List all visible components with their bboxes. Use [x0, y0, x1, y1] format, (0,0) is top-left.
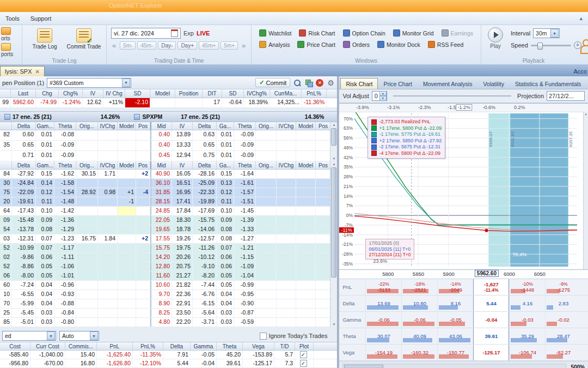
nav-45m-[interactable]: 45m+ — [199, 41, 219, 50]
chart-horizontal-scrollbar[interactable] — [342, 364, 566, 368]
tab-statistics-fundamentals[interactable]: Statistics & Fundamentals — [510, 78, 586, 89]
option-row[interactable]: 75-22.090.12-1.5428.920.98+1-431.8516.95… — [0, 188, 337, 197]
view-mode-select[interactable]: ed▾ — [2, 331, 56, 341]
window-toggle-watchlist[interactable]: Watchlist — [256, 29, 295, 37]
scrollbar-thumb[interactable] — [331, 167, 336, 277]
option-cell — [136, 151, 150, 161]
totals-row[interactable]: -585.40-1,040.0015.40-1,625.40-11.35%7.9… — [0, 351, 337, 359]
window-toggle-price-chart[interactable]: Price Chart — [294, 40, 339, 49]
option-row[interactable]: 03-12.310.07-1.2316.751.84+217.5519.26-1… — [0, 234, 337, 244]
scroll-up-icon[interactable]: ▴ — [330, 161, 337, 167]
option-row[interactable]: 54-13.780.08-1.2919.6518.78-14.060.08-1.… — [0, 225, 337, 234]
scroll-up-icon[interactable]: ▴ — [330, 122, 337, 128]
option-row[interactable]: 85-5.010.03-0.804.8022.20-3.710.03-0.59 — [0, 318, 337, 327]
option-row[interactable]: 10-6.550.04-0.939.7022.36-6.760.04-0.95 — [0, 290, 337, 299]
option-row[interactable]: 06-8.000.05-1.0111.6021.27-8.200.05-1.04 — [0, 272, 337, 281]
spin-up-icon[interactable]: ▴ — [379, 91, 387, 96]
vol-adjust-spinner[interactable]: 0▴▾ — [372, 91, 387, 101]
tab-risk-chart[interactable]: Risk Chart — [340, 78, 378, 89]
window-toggle-analysis[interactable]: Analysis — [256, 40, 293, 49]
commit-button[interactable]: ✓Commit — [255, 78, 290, 87]
play-button[interactable] — [488, 27, 503, 43]
option-row[interactable]: 30-24.840.14-1.5836.1016.51-25.090.13-1.… — [0, 179, 337, 188]
rewind-icon[interactable]: « — [111, 41, 117, 50]
ignore-trades-checkbox[interactable] — [260, 333, 267, 340]
option-cell — [296, 170, 316, 178]
window-toggle-risk-chart[interactable]: Risk Chart — [296, 29, 338, 37]
spin-down-icon[interactable]: ▾ — [379, 96, 387, 101]
option-row[interactable]: 70-5.990.04-0.888.9022.91-6.150.04-0.90 — [0, 299, 337, 309]
interval-select[interactable]: 30m▾ — [533, 28, 560, 38]
chart-vertical-scrollbar[interactable]: ▴ — [583, 112, 588, 269]
user-profile-icon[interactable] — [580, 39, 588, 53]
option-cell — [98, 253, 118, 262]
option-cell: -0.09 — [234, 130, 256, 140]
totals-cell: 7.3 — [274, 359, 295, 367]
option-row[interactable]: 64-17.430.10-1.4224.8517.84-17.690.10-1.… — [0, 207, 337, 216]
risk-chart[interactable]: -3.9%-3.1%-2.3%-1.5-1.2%-0.6%0.2% 70%63%… — [339, 103, 588, 270]
window-toggle-earnings[interactable]: Earnings — [438, 29, 476, 37]
projection-date-field[interactable]: 27/12/2... — [547, 91, 585, 101]
commit-trade-button[interactable]: Commit Trade — [66, 27, 102, 51]
legend-entry: +1 17ene. 5800 Put Δ -22.09 — [371, 125, 442, 132]
tab-volatility[interactable]: Volatility — [477, 78, 510, 89]
settings-gear-icon[interactable]: ⚙ — [326, 79, 335, 87]
scroll-down-icon[interactable]: ▾ — [330, 322, 337, 327]
reports-button[interactable]: orts — [1, 27, 21, 41]
auto-select[interactable]: Auto▾ — [59, 331, 99, 341]
close-position-icon[interactable]: ✕ — [316, 79, 323, 87]
chain-scrollbar[interactable]: ▴▾ — [330, 122, 337, 161]
scroll-down-icon[interactable]: ▾ — [330, 156, 337, 161]
window-toggle-orders[interactable]: Orders — [340, 40, 373, 49]
expiry-band[interactable]: 17 ene. 25 (21) 14.26% SPXPM 17 ene. 25 … — [0, 111, 337, 122]
speed-slider[interactable] — [531, 45, 571, 46]
window-toggle-monitor-dock[interactable]: Monitor Dock — [374, 40, 424, 49]
option-row[interactable]: 84-27.920.15-1.6230.151.71+240.9016.05-2… — [0, 170, 337, 179]
chain-col-header: Theta — [54, 122, 76, 130]
trading-date-field[interactable]: vi. 27 dic. 2024 — [111, 28, 181, 39]
menu-support[interactable]: Support — [30, 15, 52, 22]
option-row[interactable]: 0.710.01-0.090.4512.940.750.01-0.09 — [0, 151, 337, 161]
nav-5m-[interactable]: 5m+ — [220, 41, 238, 50]
option-row[interactable]: 02-9.860.06-1.1114.2020.26-10.120.06-1.1… — [0, 253, 337, 262]
option-row[interactable]: 25-5.450.03-0.848.2523.50-5.640.03-0.87 — [0, 309, 337, 318]
speed-slider-thumb[interactable] — [537, 43, 543, 50]
nav-45m-[interactable]: 45m- — [137, 41, 156, 50]
nav-day-[interactable]: Day+ — [177, 41, 197, 50]
reports-button-2[interactable]: ports — [1, 43, 21, 57]
option-cell: 60 — [0, 281, 12, 289]
plot-checkbox[interactable]: ✓ — [300, 360, 307, 367]
tab-analysis-spx[interactable]: lysis: SPX ✕ — [0, 66, 45, 76]
option-row[interactable]: 60-7.240.04-0.9610.6021.82-7.440.05-0.99 — [0, 281, 337, 290]
option-row[interactable]: 52-10.990.07-1.1715.7519.75-11.260.07-1.… — [0, 244, 337, 253]
tab-price-chart[interactable]: Price Chart — [378, 78, 418, 89]
option-row[interactable]: 350.650.01-0.090.4013.330.650.01-0.09 — [0, 141, 337, 151]
option-row[interactable]: 820.600.01-0.080.4013.890.630.01-0.09 — [0, 130, 337, 141]
plot-checkbox[interactable]: ✓ — [300, 351, 307, 358]
option-row[interactable]: 20-19.610.11-1.48-128.1517.41-19.890.11-… — [0, 197, 337, 207]
scrollbar-thumb[interactable] — [344, 365, 383, 368]
scrollbar-thumb[interactable] — [331, 128, 336, 146]
forward-icon[interactable]: » — [241, 41, 247, 50]
strategy-select[interactable]: #369 Custom▾ — [47, 78, 131, 88]
window-toggle-rss-feed[interactable]: RSS Feed — [425, 40, 467, 49]
magnifier-icon[interactable] — [293, 79, 302, 87]
vol-adjust-slider[interactable] — [393, 95, 511, 96]
tab-movement-analysis[interactable]: Movement Analysis — [418, 78, 477, 89]
trade-log-button[interactable]: Trade Log — [27, 27, 63, 51]
option-cell — [296, 281, 316, 289]
window-toggle-monitor-grid[interactable]: Monitor Grid — [390, 29, 437, 37]
layers-icon[interactable] — [304, 79, 313, 87]
close-tab-icon[interactable]: ✕ — [35, 69, 40, 75]
option-row[interactable]: 09-15.480.09-1.3622.0518.30-15.750.09-1.… — [0, 216, 337, 225]
window-toggle-option-chain[interactable]: Option Chain — [340, 29, 389, 37]
nav-5m-[interactable]: 5m- — [120, 41, 136, 50]
nav-day-[interactable]: Day- — [158, 41, 176, 50]
option-cell: 28.92 — [76, 188, 98, 197]
chain-scrollbar[interactable]: ▴▾ — [330, 161, 337, 327]
option-row[interactable]: 52-8.860.05-1.0612.8020.75-9.100.06-1.09 — [0, 262, 337, 272]
totals-row[interactable]: -956.80-670.0016.80-1,626.80-12.10%5.44-… — [0, 359, 337, 368]
collapse-ribbon-icon[interactable]: ▴ — [579, 15, 583, 22]
menu-tools[interactable]: Tools — [5, 15, 20, 22]
summary-row[interactable]: 995962.60-74.99-1.24%12.62+11%-2.1017-0.… — [0, 98, 337, 108]
